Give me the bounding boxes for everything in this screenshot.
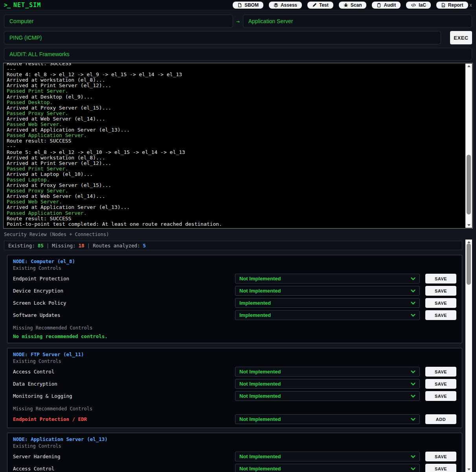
toolbar-button-assess[interactable]: Assess xyxy=(269,2,302,9)
toolbar-button-label: Scan xyxy=(351,2,362,8)
save-button[interactable]: SAVE xyxy=(425,391,456,401)
control-status-select[interactable]: Not Implemented xyxy=(235,414,420,424)
save-button[interactable]: SAVE xyxy=(425,310,456,320)
close-icon[interactable]: x xyxy=(470,2,472,8)
toolbar-button-iac[interactable]: IaC xyxy=(406,2,431,9)
terminal-line: Route result: SUCCESS xyxy=(7,216,469,221)
endpoint-select-row: Computer → Application Server xyxy=(4,15,472,28)
existing-controls-list: Endpoint Protection Not Implemented SAVE… xyxy=(13,274,456,320)
scroll-up-icon[interactable] xyxy=(467,241,470,243)
scroll-up-icon[interactable] xyxy=(467,65,470,67)
chevron-down-icon xyxy=(411,455,415,458)
terminal-line: Passed Proxy Server. xyxy=(7,111,469,116)
control-status-select[interactable]: Not Implemented xyxy=(235,452,420,461)
control-row: Endpoint Protection Not Implemented SAVE xyxy=(13,274,456,284)
control-status-select[interactable]: Not Implemented xyxy=(235,367,420,377)
control-row: Screen Lock Policy Implemented SAVE xyxy=(13,298,456,308)
terminal-scrollbar-thumb[interactable] xyxy=(467,155,471,214)
terminal-output[interactable]: Route result: SUCCESS---Route 4: el_8 ->… xyxy=(3,63,473,229)
toolbar-button-test[interactable]: Test xyxy=(307,2,333,9)
save-button[interactable]: SAVE xyxy=(425,274,456,284)
control-row: Monitoring & Logging Not Implemented SAV… xyxy=(13,391,456,401)
toolbar-button-report[interactable]: Report xyxy=(436,2,468,9)
toolbar-button-audit[interactable]: Audit xyxy=(372,2,401,9)
control-label: Data Encryption xyxy=(13,381,235,387)
target-node-select[interactable]: Application Server xyxy=(243,15,472,28)
control-status-value: Not Implemented xyxy=(239,288,411,294)
terminal-line: Passed Laptop. xyxy=(7,177,469,183)
target-node-value: Application Server xyxy=(248,18,293,24)
control-status-value: Not Implemented xyxy=(239,393,411,399)
control-label: Software Updates xyxy=(13,312,235,318)
audit-framework-select[interactable]: AUDIT: ALL Frameworks xyxy=(4,48,472,60)
terminal-line: Arrived at Desktop (el_9)... xyxy=(7,94,469,100)
control-row: Access Control Not Implemented SAVE xyxy=(13,367,456,377)
terminal-line: Passed Application Server. xyxy=(7,133,469,138)
control-row: Device Encryption Not Implemented SAVE xyxy=(13,286,456,296)
app-title: NET_SIM xyxy=(13,2,41,9)
app-brand: >_ NET_SIM xyxy=(4,2,41,9)
missing-controls-heading: Missing Recommended Controls xyxy=(13,406,456,412)
chevron-down-icon xyxy=(411,302,415,305)
control-status-select[interactable]: Not Implemented xyxy=(235,274,420,284)
control-status-select[interactable]: Not Implemented xyxy=(235,379,420,389)
control-status-select[interactable]: Not Implemented xyxy=(235,391,420,401)
source-node-value: Computer xyxy=(9,18,33,24)
bug-icon xyxy=(344,3,348,7)
terminal-prompt-icon: >_ xyxy=(4,2,10,9)
stat-separator: | xyxy=(87,243,90,249)
terminal-line: Arrived at workstation (el_8)... xyxy=(7,77,469,83)
missing-controls-heading: Missing Recommended Controls xyxy=(13,325,456,331)
control-row: Software Updates Implemented SAVE xyxy=(13,310,456,320)
save-button[interactable]: SAVE xyxy=(425,286,456,296)
audit-row: AUDIT: ALL Frameworks xyxy=(4,48,472,60)
review-scrollbar[interactable] xyxy=(465,240,472,472)
save-button[interactable]: SAVE xyxy=(425,367,456,377)
control-status-select[interactable]: Not Implemented xyxy=(235,464,420,472)
missing-label: Missing: xyxy=(52,243,75,249)
review-stats-bar: Existing: 85 | Missing: 18 | Routes anal… xyxy=(4,241,462,250)
terminal-scrollbar[interactable] xyxy=(465,64,472,228)
terminal-line: Arrived at Web Server (el_14)... xyxy=(7,194,469,199)
control-label: Access Control xyxy=(13,369,235,375)
security-review-panel[interactable]: Existing: 85 | Missing: 18 | Routes anal… xyxy=(3,240,473,472)
terminal-line: Route 4: el_8 -> el_12 -> el_9 -> el_15 … xyxy=(7,72,469,77)
layers-icon xyxy=(274,3,278,7)
exec-button[interactable]: EXEC xyxy=(450,31,472,44)
control-label: Access Control xyxy=(13,466,235,472)
control-status-select[interactable]: Not Implemented xyxy=(235,286,420,296)
control-label: Endpoint Protection xyxy=(13,276,235,282)
action-select[interactable]: PING (ICMP) xyxy=(4,31,441,44)
control-status-value: Not Implemented xyxy=(239,466,411,472)
chevron-down-icon xyxy=(411,418,415,421)
chevron-down-icon xyxy=(411,277,415,280)
control-row: Data Encryption Not Implemented SAVE xyxy=(13,379,456,389)
control-label: Monitoring & Logging xyxy=(13,393,235,399)
source-node-select[interactable]: Computer xyxy=(4,15,233,28)
control-status-value: Not Implemented xyxy=(239,369,411,375)
toolbar-button-sbom[interactable]: SBOM xyxy=(233,2,263,9)
add-button[interactable]: ADD xyxy=(425,414,456,424)
chevron-down-icon xyxy=(411,382,415,386)
file-icon xyxy=(237,3,242,7)
save-button[interactable]: SAVE xyxy=(425,452,456,461)
control-status-value: Implemented xyxy=(239,300,411,306)
scroll-down-icon[interactable] xyxy=(467,224,470,226)
control-label: Device Encryption xyxy=(13,288,235,294)
control-status-value: Not Implemented xyxy=(239,416,411,422)
code-icon xyxy=(411,3,416,7)
scroll-down-icon[interactable] xyxy=(467,468,470,470)
terminal-line: Passed Web Server. xyxy=(7,199,469,205)
save-button[interactable]: SAVE xyxy=(425,298,456,308)
terminal-line: Arrived at Proxy Server (el_15)... xyxy=(7,105,469,111)
save-button[interactable]: SAVE xyxy=(425,464,456,472)
control-status-select[interactable]: Implemented xyxy=(235,298,420,308)
node-card-title: NODE: Application Server (el_13) xyxy=(13,436,456,442)
flow-arrow-icon: → xyxy=(236,18,239,24)
terminal-line: Passed Desktop. xyxy=(7,100,469,105)
terminal-line: Arrived at Web Server (el_14)... xyxy=(7,116,469,122)
review-scrollbar-thumb[interactable] xyxy=(467,243,471,285)
control-status-select[interactable]: Implemented xyxy=(235,310,420,320)
save-button[interactable]: SAVE xyxy=(425,379,456,389)
toolbar-button-scan[interactable]: Scan xyxy=(339,2,367,9)
